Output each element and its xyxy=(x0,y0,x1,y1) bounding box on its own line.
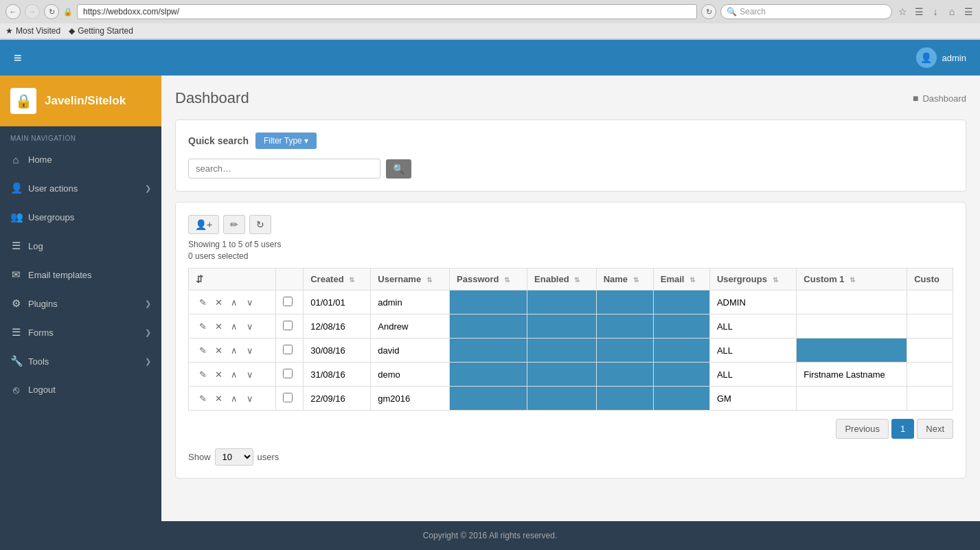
sidebar-item-usergroups[interactable]: 👥 Usergroups xyxy=(0,203,161,231)
browser-search-bar[interactable]: 🔍 Search xyxy=(720,4,892,19)
row-actions: ✎ ✕ ∧ ∨ xyxy=(189,314,276,339)
search-button[interactable]: 🔍 xyxy=(386,159,411,179)
move-down-icon[interactable]: ∨ xyxy=(243,391,257,405)
action-icons: ✎ ✕ ∧ ∨ xyxy=(196,391,269,405)
action-icons: ✎ ✕ ∧ ∨ xyxy=(196,367,269,381)
page-header: Dashboard ■ Dashboard xyxy=(175,89,966,107)
brand-button[interactable]: 🔒 Javelin/Sitelok xyxy=(0,76,161,126)
delete-icon[interactable]: ✕ xyxy=(212,367,225,381)
browser-bookmarks: ★ Most Visited ◆ Getting Started xyxy=(0,23,980,39)
add-user-button[interactable]: 👤+ xyxy=(188,215,219,234)
edit-icon[interactable]: ✎ xyxy=(196,391,209,405)
show-count-select[interactable]: 10 25 50 100 xyxy=(215,448,253,466)
col-header-usergroups: Usergroups ⇅ xyxy=(709,268,796,290)
edit-selected-button[interactable]: ✏ xyxy=(223,215,245,234)
sidebar-item-tools[interactable]: 🔧 Tools ❯ xyxy=(0,347,161,376)
move-up-icon[interactable]: ∧ xyxy=(227,367,241,381)
table-row: ✎ ✕ ∧ ∨ 01/01/01 admin xyxy=(189,290,953,314)
sidebar-item-plugins[interactable]: ⚙ Plugins ❯ xyxy=(0,289,161,318)
refresh-button[interactable]: ↻ xyxy=(249,215,271,234)
move-down-icon[interactable]: ∨ xyxy=(243,343,257,357)
table-row: ✎ ✕ ∧ ∨ 31/08/16 demo xyxy=(189,363,953,387)
filter-type-button[interactable]: Filter Type ▾ xyxy=(255,133,317,149)
move-down-icon[interactable]: ∨ xyxy=(243,367,257,381)
sidebar-item-forms[interactable]: ☰ Forms ❯ xyxy=(0,318,161,347)
bookmark-getting-started[interactable]: ◆ Getting Started xyxy=(69,26,133,36)
delete-icon[interactable]: ✕ xyxy=(212,343,225,357)
edit-icon[interactable]: ✎ xyxy=(196,367,209,381)
edit-icon[interactable]: ✎ xyxy=(196,319,209,333)
reload-button[interactable]: ↻ xyxy=(44,4,59,19)
col-header-checkbox xyxy=(275,268,303,290)
table-head: ⇵ Created ⇅ Username ⇅ xyxy=(189,268,953,290)
cell-username: gm2016 xyxy=(371,387,450,411)
move-up-icon[interactable]: ∧ xyxy=(227,319,241,333)
avatar: 👤 xyxy=(916,47,937,68)
edit-icon[interactable]: ✎ xyxy=(196,295,209,309)
row-checkbox[interactable] xyxy=(283,345,293,354)
main-content: Dashboard ■ Dashboard Quick search Filte… xyxy=(161,76,980,521)
sidebar-item-user-actions[interactable]: 👤 User actions ❯ xyxy=(0,174,161,203)
delete-icon[interactable]: ✕ xyxy=(212,319,225,333)
previous-button[interactable]: Previous xyxy=(836,419,889,439)
refresh-button[interactable]: ↻ xyxy=(701,4,716,19)
home-nav-icon: ⌂ xyxy=(10,154,21,165)
row-checkbox[interactable] xyxy=(283,393,293,402)
bookmark-most-visited[interactable]: ★ Most Visited xyxy=(5,26,60,36)
menu-toggle-button[interactable]: ≡ xyxy=(14,50,22,66)
row-checkbox[interactable] xyxy=(283,297,293,306)
delete-icon[interactable]: ✕ xyxy=(212,295,225,309)
sidebar-item-logout[interactable]: ⎋ Logout xyxy=(0,376,161,404)
move-up-icon[interactable]: ∧ xyxy=(227,343,241,357)
url-bar[interactable] xyxy=(77,4,697,19)
sidebar-item-home[interactable]: ⌂ Home xyxy=(0,146,161,174)
back-button[interactable]: ← xyxy=(5,4,21,19)
cell-username: admin xyxy=(371,290,450,314)
cell-custom1 xyxy=(797,314,907,339)
cell-email xyxy=(653,363,709,387)
edit-icon[interactable]: ✎ xyxy=(196,343,209,357)
col-header-created: Created ⇅ xyxy=(304,268,371,290)
username-sort-icon: ⇅ xyxy=(426,276,432,284)
row-checkbox[interactable] xyxy=(283,321,293,330)
sidebar-plugins-label: Plugins xyxy=(28,299,138,309)
table-row: ✎ ✕ ∧ ∨ 30/08/16 david xyxy=(189,339,953,363)
nav-section-label: MAIN NAVIGATION xyxy=(0,126,161,146)
cell-enabled xyxy=(527,290,597,314)
page-1-button[interactable]: 1 xyxy=(891,419,914,439)
home-icon[interactable]: ⌂ xyxy=(946,5,958,18)
sidebar-item-log[interactable]: ☰ Log xyxy=(0,231,161,260)
next-button[interactable]: Next xyxy=(917,419,953,439)
name-label: Name xyxy=(604,274,628,284)
move-down-icon[interactable]: ∨ xyxy=(243,319,257,333)
page-title: Dashboard xyxy=(175,89,249,107)
row-checkbox[interactable] xyxy=(283,369,293,378)
move-up-icon[interactable]: ∧ xyxy=(227,391,241,405)
cell-email xyxy=(653,339,709,363)
cell-email xyxy=(653,387,709,411)
forward-button[interactable]: → xyxy=(25,4,40,19)
sidebar-usergroups-label: Usergroups xyxy=(28,212,151,222)
bookmark-list-icon[interactable]: ☰ xyxy=(913,5,925,18)
cell-enabled xyxy=(527,387,597,411)
table-body: ✎ ✕ ∧ ∨ 01/01/01 admin xyxy=(189,290,953,411)
action-icons: ✎ ✕ ∧ ∨ xyxy=(196,343,269,357)
cell-name xyxy=(596,339,653,363)
star-icon[interactable]: ☆ xyxy=(896,5,909,18)
getting-started-icon: ◆ xyxy=(69,26,75,36)
row-actions: ✎ ✕ ∧ ∨ xyxy=(189,363,276,387)
search-input[interactable] xyxy=(188,159,380,179)
cell-password xyxy=(450,314,527,339)
cell-enabled xyxy=(527,363,597,387)
password-label: Password xyxy=(457,274,499,284)
user-actions-icon: 👤 xyxy=(10,182,21,194)
move-up-icon[interactable]: ∧ xyxy=(227,295,241,309)
sidebar-item-email-templates[interactable]: ✉ Email templates xyxy=(0,260,161,289)
delete-icon[interactable]: ✕ xyxy=(212,391,225,405)
download-icon[interactable]: ↓ xyxy=(929,5,942,18)
quick-search-row: Quick search Filter Type ▾ xyxy=(188,133,953,149)
user-menu[interactable]: 👤 admin xyxy=(916,47,966,68)
move-down-icon[interactable]: ∨ xyxy=(243,295,257,309)
email-label: Email xyxy=(661,274,685,284)
menu-icon[interactable]: ☰ xyxy=(962,5,975,18)
